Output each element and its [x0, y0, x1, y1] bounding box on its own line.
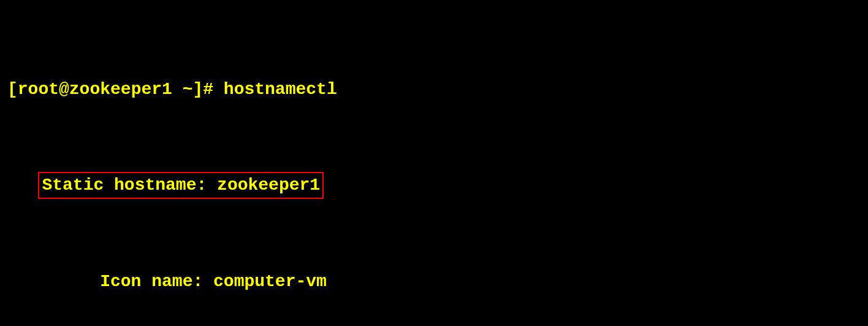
field-value: computer-vm [213, 270, 327, 293]
shell-prompt: [root@zookeeper1 ~]# [7, 80, 224, 99]
terminal-window[interactable]: [root@zookeeper1 ~]# hostnamectl Static … [7, 5, 861, 326]
typed-command: hostnamectl [224, 80, 337, 99]
field-value: zookeeper1 [217, 176, 320, 195]
field-label: Icon name [7, 270, 192, 293]
field-label: Static hostname [42, 176, 196, 195]
field-sep: : [192, 272, 213, 291]
output-line-static-hostname: Static hostname: zookeeper1 [7, 173, 861, 197]
field-sep: : [196, 176, 217, 195]
highlight-box: Static hostname: zookeeper1 [38, 172, 324, 198]
command-line: [root@zookeeper1 ~]# hostnamectl [7, 77, 861, 101]
output-line-icon-name: Icon name: computer-vm [7, 270, 861, 293]
